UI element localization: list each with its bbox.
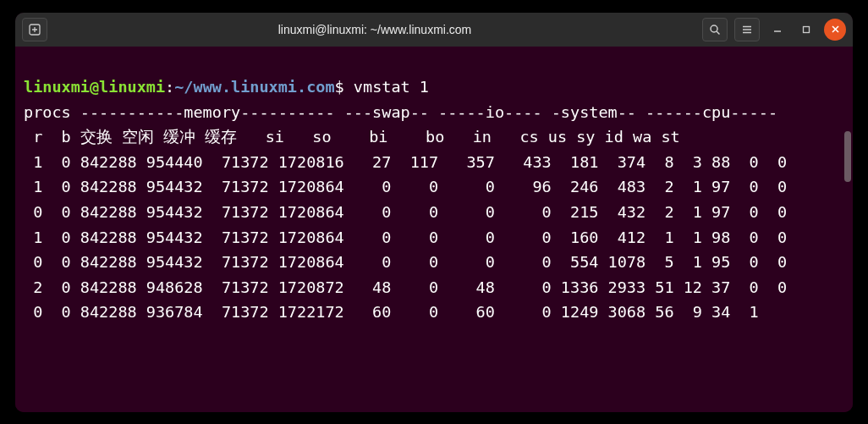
svg-point-3 [711,25,717,32]
close-icon [831,25,840,34]
terminal-body[interactable]: linuxmi@linuxmi:~/www.linuxmi.com$ vmsta… [15,47,853,412]
prompt-dollar: $ [335,78,344,96]
hamburger-icon [741,24,753,36]
close-button[interactable] [824,19,846,41]
new-tab-button[interactable] [22,18,47,41]
svg-rect-9 [804,26,810,32]
vmstat-row: 0 0 842288 954432 71372 1720864 0 0 0 0 … [24,253,787,271]
vmstat-header-groups: procs -----------memory---------- ---swa… [24,103,777,121]
search-button[interactable] [702,18,728,41]
command-text: vmstat 1 [354,78,429,96]
prompt-user-host: linuxmi@linuxmi [24,78,165,96]
minimize-button[interactable] [766,19,788,41]
search-icon [709,24,721,36]
window-title: linuxmi@linuxmi: ~/www.linuxmi.com [54,23,695,36]
vmstat-row: 2 0 842288 948628 71372 1720872 48 0 48 … [24,278,787,296]
vmstat-row: 1 0 842288 954440 71372 1720816 27 117 3… [24,153,787,171]
vmstat-row: 1 0 842288 954432 71372 1720864 0 0 0 96… [24,178,787,195]
svg-line-4 [717,31,720,35]
scrollbar-thumb[interactable] [844,131,851,182]
maximize-button[interactable] [795,19,817,41]
vmstat-header-cols: r b 交换 空闲 缓冲 缓存 si so bi bo in cs us sy … [24,128,680,146]
titlebar: linuxmi@linuxmi: ~/www.linuxmi.com [15,13,853,47]
minimize-icon [772,25,783,35]
terminal-window: linuxmi@linuxmi: ~/www.linuxmi.com [15,13,853,412]
new-tab-icon [29,24,41,36]
vmstat-row: 0 0 842288 954432 71372 1720864 0 0 0 0 … [24,203,787,221]
titlebar-right-controls [702,18,846,41]
menu-button[interactable] [734,18,760,41]
prompt-path: ~/www.linuxmi.com [174,78,334,96]
prompt-colon: : [165,78,174,96]
maximize-icon [801,25,811,35]
vmstat-row: 0 0 842288 936784 71372 1722172 60 0 60 … [24,303,759,321]
vmstat-row: 1 0 842288 954432 71372 1720864 0 0 0 0 … [24,229,787,246]
